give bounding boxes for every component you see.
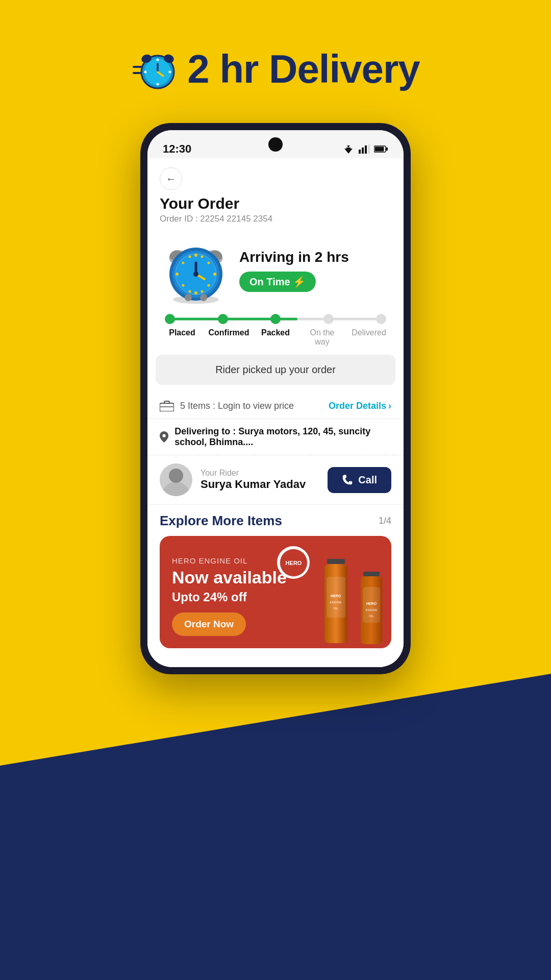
svg-rect-21	[386, 148, 388, 151]
status-time: 12:30	[163, 142, 191, 156]
svg-point-7	[169, 70, 171, 73]
explore-section: Explore More Items 1/4 Hero Engine Oil N…	[147, 505, 404, 653]
svg-point-6	[144, 70, 147, 73]
call-button-label: Call	[358, 474, 377, 486]
on-time-badge: On Time ⚡	[239, 272, 316, 292]
svg-rect-18	[368, 144, 370, 154]
status-message-box: Rider picked up your order	[156, 355, 395, 385]
items-detail-left: 5 Items : Login to view price	[160, 400, 294, 411]
hero-logo-image: HERO	[280, 549, 308, 577]
svg-rect-16	[362, 148, 364, 154]
progress-section: Placed Confirmed Packed On the way Deliv…	[147, 314, 404, 355]
back-arrow-icon: ←	[166, 173, 176, 185]
rider-avatar-image	[160, 463, 192, 496]
svg-text:ENGINE: ENGINE	[330, 601, 341, 604]
svg-point-5	[157, 83, 159, 85]
bottle-1: HERO ENGINE OIL	[319, 559, 353, 648]
delivery-text: Delivering to : Surya motors, 120, 45, s…	[174, 426, 391, 448]
svg-point-36	[208, 284, 210, 287]
call-button[interactable]: Call	[328, 467, 391, 493]
svg-point-44	[193, 272, 198, 277]
product-brand: Hero Engine Oil	[172, 556, 287, 565]
items-row[interactable]: 5 Items : Login to view price Order Deta…	[147, 393, 404, 419]
background-navy	[0, 674, 551, 980]
bottle-2: HERO ENGINE OIL	[357, 572, 386, 648]
phone-screen: 12:30	[147, 130, 404, 667]
step-confirmed	[218, 314, 228, 324]
order-now-button[interactable]: Order Now	[172, 612, 246, 636]
hero-logo: HERO	[277, 546, 310, 579]
rider-avatar	[160, 463, 192, 496]
svg-point-51	[169, 469, 183, 483]
svg-point-32	[176, 273, 179, 276]
discount-percent: 24% off	[203, 590, 246, 604]
svg-text:HERO: HERO	[331, 594, 341, 598]
product-card[interactable]: Hero Engine Oil Now available Upto 24% o…	[160, 536, 391, 648]
explore-header: Explore More Items 1/4	[160, 513, 391, 529]
battery-icon	[374, 145, 388, 153]
label-on-the-way: On the way	[302, 328, 343, 347]
delivery-text-section: Arriving in 2 hrs On Time ⚡	[239, 249, 349, 292]
back-button[interactable]: ←	[160, 167, 182, 190]
camera-notch	[268, 137, 283, 152]
rider-label: Your Rider	[201, 469, 306, 478]
label-packed: Packed	[255, 328, 296, 347]
svg-point-45	[185, 294, 192, 301]
explore-title: Explore More Items	[160, 513, 282, 529]
signal-icon	[359, 144, 370, 154]
status-message-text: Rider picked up your order	[215, 364, 336, 375]
order-id: Order ID : 22254 22145 2354	[160, 214, 391, 224]
alarm-clock-image	[163, 237, 229, 304]
phone-wrapper: 12:30	[0, 123, 551, 674]
svg-point-39	[182, 262, 185, 264]
step-on-the-way	[323, 314, 334, 324]
svg-point-38	[189, 256, 191, 258]
status-icons	[342, 144, 388, 154]
product-discount: Upto 24% off	[172, 590, 287, 604]
arriving-text: Arriving in 2 hrs	[239, 249, 349, 265]
header-title: 2 hr Delivery	[187, 46, 419, 92]
delivery-info: Arriving in 2 hrs On Time ⚡	[147, 232, 404, 314]
order-details-link-text: Order Details	[329, 401, 386, 411]
step-packed	[270, 314, 281, 324]
svg-text:OIL: OIL	[369, 615, 374, 618]
order-details-chevron: ›	[388, 401, 391, 411]
svg-marker-14	[347, 145, 350, 148]
step-placed	[165, 314, 175, 324]
items-icon	[160, 400, 174, 411]
rider-section: Your Rider Surya Kumar Yadav Call	[147, 455, 404, 505]
step-delivered	[376, 314, 386, 324]
delivery-row: Delivering to : Surya motors, 120, 45, s…	[147, 419, 404, 455]
svg-rect-17	[365, 145, 367, 154]
progress-steps	[165, 314, 386, 324]
svg-point-34	[201, 256, 204, 258]
progress-bar-container	[160, 314, 391, 324]
rider-left: Your Rider Surya Kumar Yadav	[160, 463, 306, 496]
svg-rect-61	[363, 572, 380, 576]
svg-point-40	[182, 284, 185, 287]
product-name: Now available	[172, 568, 287, 587]
svg-rect-47	[160, 403, 174, 411]
header-section: 2 hr Delivery	[0, 0, 551, 113]
rider-info: Your Rider Surya Kumar Yadav	[201, 469, 306, 491]
svg-point-35	[208, 262, 210, 264]
location-icon	[160, 430, 168, 444]
svg-point-30	[194, 254, 197, 257]
svg-point-41	[189, 290, 191, 293]
svg-rect-20	[375, 146, 384, 151]
order-details-link[interactable]: Order Details ›	[329, 401, 391, 411]
wifi-icon	[342, 144, 355, 154]
product-card-left: Hero Engine Oil Now available Upto 24% o…	[172, 556, 287, 636]
svg-text:HERO: HERO	[366, 602, 377, 605]
order-title-section: Your Order Order ID : 22254 22145 2354	[147, 195, 404, 232]
svg-text:HERO: HERO	[285, 560, 302, 566]
delivery-detail-left: Delivering to : Surya motors, 120, 45, s…	[160, 426, 391, 448]
app-header: ←	[147, 158, 404, 195]
svg-point-49	[162, 434, 165, 437]
product-bottles: HERO ENGINE OIL	[319, 559, 386, 648]
svg-rect-55	[327, 559, 345, 564]
order-title: Your Order	[160, 195, 391, 212]
label-confirmed: Confirmed	[209, 328, 249, 347]
svg-point-33	[213, 273, 216, 276]
rider-name: Surya Kumar Yadav	[201, 478, 306, 491]
